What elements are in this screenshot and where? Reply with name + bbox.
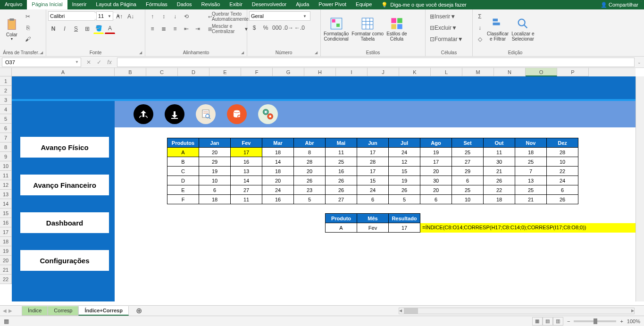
col-header-I[interactable]: I <box>336 68 368 76</box>
col-header-D[interactable]: D <box>178 68 209 76</box>
col-header-G[interactable]: G <box>273 68 304 76</box>
row-header-1[interactable]: 1 <box>0 76 12 86</box>
row-header-19[interactable]: 19 <box>0 246 12 256</box>
number-format-input[interactable] <box>250 13 301 19</box>
sheet-nav-buttons[interactable]: ◀▶ <box>3 308 12 313</box>
increase-decimal-button[interactable]: .0→ <box>283 23 293 33</box>
page-layout-view-button[interactable]: ▤ <box>543 317 553 326</box>
row-header-12[interactable]: 12 <box>0 180 12 190</box>
row-header-9[interactable]: 9 <box>0 152 12 161</box>
vertical-scrollbar[interactable] <box>636 76 644 301</box>
format-table-button[interactable]: Formatar como Tabela <box>351 11 385 47</box>
merge-center-button[interactable]: ⊞ Mesclar e Centralizar ▼ <box>206 24 251 34</box>
align-center-button[interactable]: ≣ <box>159 24 169 34</box>
page-break-view-button[interactable]: ▥ <box>553 317 563 326</box>
settings-gears-icon[interactable] <box>258 104 278 124</box>
col-header-C[interactable]: C <box>146 68 178 76</box>
formula-input[interactable] <box>117 58 635 67</box>
tab-powerpivot[interactable]: Power Pivot <box>314 0 351 9</box>
tab-layout[interactable]: Layout da Página <box>91 0 141 9</box>
document-search-icon[interactable] <box>196 104 216 124</box>
fill-color-button[interactable]: 🪣 <box>93 24 104 34</box>
row-header-17[interactable]: 17 <box>0 227 12 237</box>
italic-button[interactable]: I <box>59 24 70 34</box>
tab-view[interactable]: Exibir <box>225 0 247 9</box>
percent-format-button[interactable]: % <box>260 23 271 33</box>
col-header-P[interactable]: P <box>557 68 589 76</box>
decrease-decimal-button[interactable]: ←.0 <box>294 23 305 33</box>
row-header-6[interactable]: 6 <box>0 124 12 133</box>
decrease-font-button[interactable]: A↓ <box>125 11 136 22</box>
row-header-16[interactable]: 16 <box>0 218 12 227</box>
zoom-level[interactable]: 100% <box>627 318 640 324</box>
autosum-button[interactable]: Σ <box>475 11 485 22</box>
expand-formula-bar-button[interactable]: ⌄ <box>635 60 644 65</box>
copy-button[interactable]: ⎘ <box>23 23 33 33</box>
align-left-button[interactable]: ≡ <box>147 24 158 34</box>
fill-button[interactable]: ↓ <box>475 23 485 33</box>
row-header-22[interactable]: 22 <box>0 275 12 284</box>
insert-cells-button[interactable]: ⊞ Inserir ▼ <box>427 11 458 22</box>
orientation-button[interactable]: ⟲ <box>181 11 192 22</box>
row-header-13[interactable]: 13 <box>0 190 12 199</box>
col-header-B[interactable]: B <box>115 68 146 76</box>
row-header-20[interactable]: 20 <box>0 256 12 265</box>
row-header-15[interactable]: 15 <box>0 209 12 218</box>
font-name-combo[interactable]: ▼ <box>48 11 95 21</box>
decrease-indent-button[interactable]: ⇤ <box>181 24 192 34</box>
col-header-H[interactable]: H <box>304 68 336 76</box>
row-header-11[interactable]: 11 <box>0 171 12 180</box>
upload-icon[interactable] <box>134 104 153 124</box>
sheet-tab-indice-corresp[interactable]: Índice+Corresp <box>78 306 128 316</box>
accounting-format-button[interactable]: $ <box>249 23 259 33</box>
row-header-10[interactable]: 10 <box>0 161 12 171</box>
col-header-O[interactable]: O <box>526 68 557 76</box>
col-header-K[interactable]: K <box>399 68 431 76</box>
col-header-E[interactable]: E <box>209 68 241 76</box>
col-header-A[interactable]: A <box>12 68 115 76</box>
col-header-L[interactable]: L <box>431 68 462 76</box>
cancel-formula-button[interactable]: ✕ <box>84 58 93 67</box>
col-header-M[interactable]: M <box>462 68 494 76</box>
horizontal-scrollbar[interactable]: ◀▶ <box>399 308 635 314</box>
tab-review[interactable]: Revisão <box>197 0 225 9</box>
format-painter-button[interactable]: 🖌 <box>23 34 33 44</box>
align-top-button[interactable]: ↑ <box>147 11 158 22</box>
align-middle-button[interactable]: ↕ <box>159 11 169 22</box>
tab-data[interactable]: Dados <box>172 0 197 9</box>
cut-button[interactable]: ✂ <box>23 11 33 22</box>
tab-help[interactable]: Ajuda <box>291 0 314 9</box>
wrap-text-button[interactable]: ↩ Quebrar Texto Automaticamente <box>206 11 251 22</box>
share-button[interactable]: 👤 Compartilhar <box>595 0 644 9</box>
format-cells-button[interactable]: ⊡ Formatar ▼ <box>427 34 466 44</box>
clear-button[interactable]: ◇ <box>475 34 485 44</box>
tab-developer[interactable]: Desenvolvedor <box>247 0 291 9</box>
underline-button[interactable]: S <box>71 24 81 34</box>
accept-formula-button[interactable]: ✓ <box>94 58 104 67</box>
find-select-button[interactable]: Localizar e Selecionar <box>510 11 535 47</box>
cells-area[interactable]: Avanço Físico Avanço Financeiro Dashboar… <box>12 76 636 301</box>
insert-function-button[interactable]: fx <box>105 58 114 67</box>
border-button[interactable]: ⊞ <box>82 24 92 34</box>
delete-cells-button[interactable]: ⊟ Excluir ▼ <box>427 23 460 33</box>
add-sheet-button[interactable]: ⊕ <box>134 306 145 316</box>
sidebar-btn-avanco-fisico[interactable]: Avanço Físico <box>20 137 109 158</box>
conditional-format-button[interactable]: Formatação Condicional <box>323 11 350 47</box>
cell-styles-button[interactable]: Estilos de Célula <box>385 11 408 47</box>
col-header-N[interactable]: N <box>494 68 526 76</box>
sort-filter-button[interactable]: Classificar e Filtrar <box>486 11 510 47</box>
zoom-in-button[interactable]: + <box>620 318 623 324</box>
increase-font-button[interactable]: A↑ <box>114 11 125 22</box>
number-format-combo[interactable]: ▼ <box>249 11 310 21</box>
increase-indent-button[interactable]: ⇥ <box>192 24 203 34</box>
row-header-14[interactable]: 14 <box>0 199 12 209</box>
zoom-out-button[interactable]: − <box>567 318 570 324</box>
comma-format-button[interactable]: 000 <box>272 23 282 33</box>
sidebar-btn-configuracoes[interactable]: Configurações <box>20 250 109 271</box>
font-size-combo[interactable]: ▼ <box>96 11 113 21</box>
font-color-button[interactable]: A <box>105 24 115 34</box>
record-macro-icon[interactable]: ▦ <box>4 318 9 325</box>
paste-button[interactable]: Colar ▼ <box>2 11 22 47</box>
align-bottom-button[interactable]: ↓ <box>170 11 180 22</box>
normal-view-button[interactable]: ▦ <box>532 317 543 326</box>
